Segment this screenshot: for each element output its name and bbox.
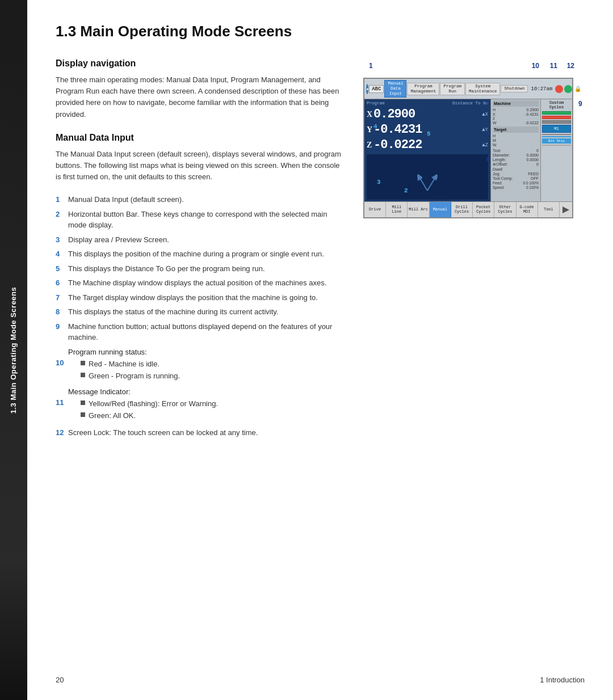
list-text-11: Yellow/Red (flashing): Error or Warning.… (68, 397, 346, 423)
ann-8: 8 (486, 156, 490, 163)
machine-w-label: W (493, 121, 497, 125)
dtg-label: Distance To Go (452, 101, 488, 106)
cnc-program-header: Program Distance To Go (367, 101, 488, 106)
main-content: 1.3 Main Operating Mode Screens Display … (27, 0, 613, 700)
target-m-label: M (493, 138, 496, 142)
cycle-btn-m1[interactable]: M1 (542, 125, 571, 133)
axis-y-label: Y (367, 125, 373, 134)
list-number-8: 8 (56, 306, 68, 318)
cnc-tab-system[interactable]: SystemMaintenance (465, 83, 501, 95)
bullet-icon (81, 412, 85, 417)
bullet-item: Green - Program is running. (81, 370, 346, 382)
toolcomp-label: Tool Comp: (493, 176, 513, 180)
list-number-3: 3 (56, 234, 68, 246)
section2-heading: Manual Data Input (56, 133, 346, 143)
ann-2: 2 (404, 187, 408, 194)
list-number-12: 12 (56, 427, 68, 438)
cnc-speed-row: Speed: 0 100% (493, 185, 539, 189)
cnc-tab-program-mgmt[interactable]: ProgramManagement (407, 83, 439, 95)
cnc-axis-z-row: Z -0.0222 ▲Z (367, 138, 488, 152)
cnc-tab-shutdown[interactable]: Shutdown (501, 85, 528, 92)
top-annotations: 1 10 11 12 (363, 62, 585, 78)
ann-4: 4 (373, 123, 377, 130)
list-item-12-container: 12 Screen Lock: The touch screen can be … (56, 427, 346, 438)
jog-value: FEED (528, 172, 539, 176)
machine-h-label: H (493, 108, 496, 112)
machine-x2-value: -0.4231 (525, 112, 539, 120)
tool-value: 0 (536, 149, 539, 153)
cnc-machine-x2: X2 -0.4231 (493, 112, 539, 120)
cnc-length-row: Length: 0.0000 (493, 158, 539, 162)
list-number-11: 11 (56, 397, 68, 408)
list-number-7: 7 (56, 292, 68, 303)
cnc-green-indicator (564, 85, 572, 93)
cnc-abc-btn[interactable]: ABC (369, 85, 384, 93)
cnc-axis-x-row: X 0.2900 ▲X (367, 107, 488, 121)
axis-z-label: Z (367, 141, 373, 150)
cnc-tab-mdi[interactable]: Manual DataInput (384, 80, 406, 98)
list-text-4: This displays the position of the machin… (68, 248, 346, 260)
list-item-10-container: 10 Red - Machine is idle. Green - Progra… (56, 357, 346, 383)
bullet-icon (81, 373, 85, 377)
bullet-text: Yellow/Red (flashing): Error or Warning. (89, 398, 218, 410)
cycle-btn-gray1[interactable] (542, 134, 571, 135)
cycle-btn-blue1[interactable] (542, 136, 571, 137)
svg-marker-2 (562, 206, 569, 213)
list-text-10: Red - Machine is idle. Green - Program i… (68, 357, 346, 383)
btab-mill-line[interactable]: Mill Line (386, 202, 408, 217)
btab-manual[interactable]: Manual (430, 202, 451, 217)
list-number-4: 4 (56, 248, 68, 260)
list-text-9: Machine function button; actual buttons … (68, 321, 346, 343)
bullet-text: Red - Machine is idle. (89, 359, 159, 370)
bullet-text: Green: All OK. (89, 410, 136, 421)
list-item-10: 10 Red - Machine is idle. Green - Progra… (56, 357, 346, 383)
cnc-feed-row: Feed: 0.0 100% (493, 181, 539, 185)
bullet-icon (81, 400, 85, 405)
list-text-3: Display area / Preview Screen. (68, 234, 346, 246)
cnc-custom-cycles: CustomCycles M1 Blk Skip (540, 99, 572, 201)
svg-line-1 (427, 176, 436, 191)
cycle-btn-1[interactable] (542, 111, 571, 115)
btab-drill[interactable]: DrillCycles (451, 202, 473, 217)
program-label: Program (367, 101, 385, 106)
cnc-target-section-title: Target (493, 126, 539, 133)
cnc-diameter-row: Diameter: 0.0000 (493, 153, 539, 157)
list-item: 9 Machine function button; actual button… (56, 321, 346, 343)
btab-pocket[interactable]: PocketCycles (473, 202, 494, 217)
cycle-btn-2[interactable] (542, 116, 571, 119)
footer-page-number: 20 (56, 676, 64, 684)
cycle-btn-3[interactable] (542, 120, 571, 124)
ann-6: 6 (486, 99, 490, 106)
btab-gcode[interactable]: G-codeMDI (517, 202, 538, 217)
cycle-btn-blue2[interactable]: Blk Skip (542, 138, 571, 144)
bullet-icon (81, 361, 85, 365)
cnc-lock-icon[interactable]: 🔒 (574, 86, 581, 92)
list-text-2: Horizontal button Bar. These keys change… (68, 209, 346, 231)
speed-label: Speed: (493, 185, 505, 189)
cnc-time: 10:27am (528, 85, 555, 93)
cnc-target-w: W (493, 143, 539, 147)
cycle-btn-gray2[interactable] (542, 145, 571, 146)
list-item: 4 This displays the position of the mach… (56, 248, 346, 260)
ann-right-9: 9 (578, 100, 582, 108)
machine-w-value: -0.0222 (525, 121, 539, 125)
cnc-target-h: H (493, 134, 539, 138)
offset-value: 0 (536, 162, 539, 167)
dwell-label: Dwell (493, 167, 502, 171)
btab-drive[interactable]: Drive (364, 202, 386, 217)
sidebar-label: 1.3 Main Operating Mode Screens (10, 286, 18, 414)
ann-12: 12 (567, 62, 574, 70)
btab-other[interactable]: OtherCycles (494, 202, 516, 217)
cnc-red-indicator (555, 85, 563, 93)
btab-mill-arc[interactable]: Mill Arc (408, 202, 429, 217)
section1-heading: Display navigation (56, 58, 346, 69)
machine-h-value: 0.2900 (527, 108, 539, 112)
cnc-tab-program-run[interactable]: Program Run (440, 83, 465, 95)
cnc-machine-h: H 0.2900 (493, 108, 539, 112)
btab-tool[interactable]: Tool (538, 202, 560, 217)
footer-chapter: 1 Introduction (540, 676, 585, 684)
axis-z-suffix: ▲Z (482, 142, 488, 148)
cnc-screen: ● ABC Manual DataInput ProgramManagement… (363, 78, 573, 218)
bullet-item: Red - Machine is idle. (81, 359, 346, 370)
footer: 20 1 Introduction (27, 676, 613, 684)
